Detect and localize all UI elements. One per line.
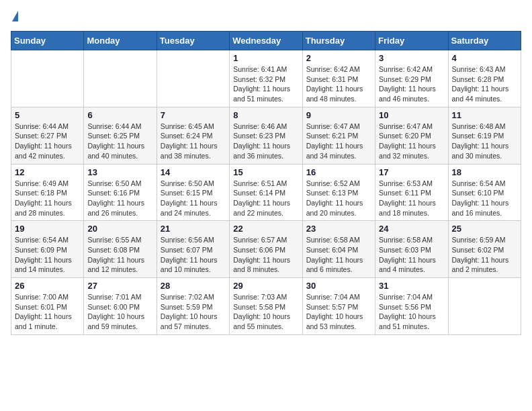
calendar-cell: 21Sunrise: 6:56 AMSunset: 6:07 PMDayligh… [157, 221, 229, 278]
day-number: 24 [379, 224, 444, 234]
cell-info-text: Sunrise: 6:51 AM [233, 179, 298, 189]
cell-info-text: Daylight: 11 hours and 4 minutes. [379, 255, 444, 275]
cell-info-text: Sunrise: 6:58 AM [306, 235, 371, 245]
day-number: 2 [306, 53, 371, 63]
day-number: 9 [306, 110, 371, 120]
cell-info-text: Sunset: 6:11 PM [379, 188, 444, 198]
cell-info-text: Sunrise: 6:42 AM [379, 64, 444, 75]
calendar-cell: 29Sunrise: 7:03 AMSunset: 5:58 PMDayligh… [230, 278, 302, 335]
calendar-cell: 16Sunrise: 6:52 AMSunset: 6:13 PMDayligh… [302, 164, 375, 221]
day-number: 20 [87, 224, 152, 234]
cell-info-text: Daylight: 11 hours and 48 minutes. [306, 84, 371, 103]
cell-info-text: Sunset: 6:02 PM [452, 245, 517, 255]
cell-info-text: Sunset: 6:32 PM [233, 75, 298, 85]
cell-info-text: Sunset: 6:03 PM [379, 245, 444, 255]
day-number: 13 [87, 167, 152, 177]
cell-info-text: Daylight: 11 hours and 26 minutes. [87, 198, 152, 218]
calendar-cell: 19Sunrise: 6:54 AMSunset: 6:09 PMDayligh… [11, 221, 84, 278]
cell-info-text: Daylight: 11 hours and 38 minutes. [161, 141, 226, 161]
cell-info-text: Sunrise: 7:02 AM [161, 292, 226, 302]
cell-info-text: Daylight: 11 hours and 51 minutes. [233, 84, 298, 103]
page-header [11, 11, 521, 23]
cell-info-text: Daylight: 11 hours and 12 minutes. [87, 255, 152, 275]
day-number: 11 [452, 110, 517, 120]
cell-info-text: Sunset: 6:23 PM [233, 131, 298, 141]
cell-info-text: Daylight: 11 hours and 42 minutes. [15, 141, 80, 161]
calendar-cell [448, 278, 521, 335]
cell-info-text: Daylight: 11 hours and 24 minutes. [161, 198, 226, 218]
calendar-cell: 13Sunrise: 6:50 AMSunset: 6:16 PMDayligh… [84, 164, 157, 221]
cell-info-text: Sunset: 6:20 PM [379, 131, 444, 141]
calendar-cell: 2Sunrise: 6:42 AMSunset: 6:31 PMDaylight… [302, 50, 375, 107]
cell-info-text: Sunrise: 7:01 AM [87, 292, 152, 302]
cell-info-text: Sunset: 6:27 PM [15, 131, 80, 141]
cell-info-text: Daylight: 11 hours and 14 minutes. [15, 255, 80, 275]
cell-info-text: Sunrise: 6:48 AM [452, 122, 517, 132]
day-number: 21 [161, 224, 226, 234]
cell-info-text: Sunrise: 6:55 AM [87, 235, 152, 245]
cell-info-text: Sunrise: 6:42 AM [306, 64, 371, 75]
cell-info-text: Sunrise: 6:54 AM [15, 235, 80, 245]
cell-info-text: Sunrise: 6:47 AM [379, 122, 444, 132]
cell-info-text: Daylight: 11 hours and 2 minutes. [452, 255, 517, 275]
cell-info-text: Sunrise: 6:53 AM [379, 179, 444, 189]
cell-info-text: Daylight: 11 hours and 28 minutes. [15, 198, 80, 218]
cell-info-text: Daylight: 11 hours and 16 minutes. [452, 198, 517, 218]
day-number: 15 [233, 167, 298, 177]
cell-info-text: Sunrise: 6:49 AM [15, 179, 80, 189]
cell-info-text: Sunrise: 6:50 AM [161, 179, 226, 189]
cell-info-text: Sunset: 6:24 PM [161, 131, 226, 141]
day-number: 3 [379, 53, 444, 63]
calendar-cell: 7Sunrise: 6:45 AMSunset: 6:24 PMDaylight… [157, 107, 229, 164]
cell-info-text: Sunset: 5:58 PM [233, 302, 298, 312]
cell-info-text: Sunrise: 6:44 AM [87, 122, 152, 132]
cell-info-text: Sunset: 5:57 PM [306, 302, 371, 312]
calendar-cell: 23Sunrise: 6:58 AMSunset: 6:04 PMDayligh… [302, 221, 375, 278]
cell-info-text: Daylight: 11 hours and 10 minutes. [161, 255, 226, 275]
cell-info-text: Sunrise: 6:43 AM [452, 64, 517, 75]
cell-info-text: Daylight: 11 hours and 1 minute. [15, 312, 80, 331]
logo [11, 11, 18, 23]
calendar-week-row: 1Sunrise: 6:41 AMSunset: 6:32 PMDaylight… [11, 50, 521, 107]
calendar-cell: 8Sunrise: 6:46 AMSunset: 6:23 PMDaylight… [230, 107, 302, 164]
cell-info-text: Sunset: 6:18 PM [15, 188, 80, 198]
cell-info-text: Sunset: 6:29 PM [379, 75, 444, 85]
cell-info-text: Daylight: 11 hours and 8 minutes. [233, 255, 298, 275]
day-number: 29 [233, 281, 298, 291]
calendar-cell: 28Sunrise: 7:02 AMSunset: 5:59 PMDayligh… [157, 278, 229, 335]
cell-info-text: Sunrise: 6:57 AM [233, 235, 298, 245]
calendar-week-row: 5Sunrise: 6:44 AMSunset: 6:27 PMDaylight… [11, 107, 521, 164]
cell-info-text: Daylight: 11 hours and 36 minutes. [233, 141, 298, 161]
cell-info-text: Sunset: 6:28 PM [452, 75, 517, 85]
calendar-cell: 17Sunrise: 6:53 AMSunset: 6:11 PMDayligh… [375, 164, 448, 221]
cell-info-text: Sunrise: 6:54 AM [452, 179, 517, 189]
calendar-cell [11, 50, 84, 107]
day-number: 30 [306, 281, 371, 291]
calendar-cell: 31Sunrise: 7:04 AMSunset: 5:56 PMDayligh… [375, 278, 448, 335]
cell-info-text: Sunset: 6:21 PM [306, 131, 371, 141]
cell-info-text: Sunset: 6:13 PM [306, 188, 371, 198]
cell-info-text: Sunset: 6:25 PM [87, 131, 152, 141]
cell-info-text: Sunset: 6:00 PM [87, 302, 152, 312]
cell-info-text: Sunset: 6:06 PM [233, 245, 298, 255]
day-number: 25 [452, 224, 517, 234]
day-number: 7 [161, 110, 226, 120]
cell-info-text: Sunset: 6:09 PM [15, 245, 80, 255]
calendar-cell [84, 50, 157, 107]
day-number: 18 [452, 167, 517, 177]
cell-info-text: Sunset: 6:08 PM [87, 245, 152, 255]
day-number: 10 [379, 110, 444, 120]
calendar-cell: 4Sunrise: 6:43 AMSunset: 6:28 PMDaylight… [448, 50, 521, 107]
cell-info-text: Daylight: 10 hours and 59 minutes. [87, 312, 152, 331]
calendar-header-row: SundayMondayTuesdayWednesdayThursdayFrid… [11, 32, 521, 50]
cell-info-text: Sunrise: 7:04 AM [306, 292, 371, 302]
day-of-week-header: Friday [375, 32, 448, 50]
cell-info-text: Sunrise: 6:52 AM [306, 179, 371, 189]
cell-info-text: Daylight: 10 hours and 53 minutes. [306, 312, 371, 331]
day-number: 22 [233, 224, 298, 234]
day-number: 23 [306, 224, 371, 234]
calendar-cell: 15Sunrise: 6:51 AMSunset: 6:14 PMDayligh… [230, 164, 302, 221]
cell-info-text: Daylight: 11 hours and 20 minutes. [306, 198, 371, 218]
calendar-cell: 9Sunrise: 6:47 AMSunset: 6:21 PMDaylight… [302, 107, 375, 164]
cell-info-text: Sunrise: 6:46 AM [233, 122, 298, 132]
